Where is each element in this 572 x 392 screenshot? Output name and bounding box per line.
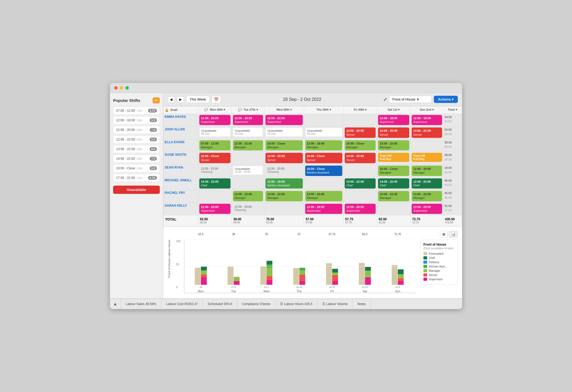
- legend-item[interactable]: Manager: [423, 269, 455, 272]
- shift-cell-sun[interactable]: 12:00 - 20:00Manager: [410, 165, 443, 177]
- shift-cell-sat[interactable]: Time OffFull Day: [377, 152, 411, 165]
- shift-block-kitchen[interactable]: 16:00 - CloseKitchen Assistant: [305, 166, 342, 176]
- shift-cell-mon[interactable]: 12:00 - 20:00Supervisor: [198, 114, 232, 126]
- shift-cell-wed[interactable]: 12:00 - 22:00Supervisor: [264, 114, 304, 126]
- shift-block-server[interactable]: 16:00 - CloseServer: [305, 153, 342, 163]
- shift-cell-tue[interactable]: Unavailable18:00 - 20:00: [232, 165, 264, 177]
- shift-cell-fri[interactable]: [343, 165, 377, 177]
- shift-cell-fri[interactable]: [343, 190, 377, 203]
- shift-cell-mon[interactable]: UnavailableAll Day: [198, 126, 232, 139]
- shift-cell-mon[interactable]: 16:00 - CloseServer: [198, 152, 232, 165]
- shift-item[interactable]: 17:00 - 22:00 | 15m4.75: [113, 174, 160, 182]
- shift-item[interactable]: 13:00 - 22:00 | 60m8.0: [113, 145, 160, 153]
- shift-cell-sun[interactable]: 12:00 - 18:00Supervisor: [410, 114, 443, 126]
- shift-block-supervisor[interactable]: 12:00 - 20:00Supervisor: [305, 204, 342, 214]
- shift-block-manager[interactable]: 13:00 - 22:00Manager: [378, 191, 409, 201]
- shift-cell-sat[interactable]: 13:00 - 22:00Manager: [377, 139, 411, 152]
- shift-cell-thu[interactable]: 16:00 - CloseKitchen Assistant: [304, 165, 343, 177]
- schedule-area[interactable]: 🔒 Draft 💬 Mon 26th ▾ 💬 Tue 27th ▾: [163, 106, 462, 227]
- employee-name[interactable]: SARAH KELLY: [164, 202, 198, 215]
- shift-block-manager[interactable]: 13:00 - 22:00Manager: [412, 191, 442, 201]
- shift-item[interactable]: 16:00 - Close | 30m5.5: [113, 164, 160, 172]
- shift-cell-thu[interactable]: 12:00 - 18:00Manager: [304, 139, 343, 152]
- shift-cell-wed[interactable]: 16:00 - CloseManager: [264, 139, 304, 152]
- bar-group-tue[interactable]: 3837.8Tue: [219, 233, 248, 293]
- shift-cell-sun[interactable]: 12:00 - 22:00Chef: [410, 177, 443, 190]
- shift-item[interactable]: 07:00 - 12:00 | 15m4.75: [113, 107, 160, 115]
- shift-cell-mon[interactable]: 07:00 - 12:00Manager: [198, 139, 232, 152]
- bar-group-mon[interactable]: 52.536Mon: [186, 233, 215, 293]
- shift-block-manager[interactable]: 16:00 - CloseManager: [265, 140, 303, 151]
- employee-name[interactable]: EMMA HAYES: [164, 114, 198, 126]
- shift-cell-tue[interactable]: 12:00 - 18:00Cleaning: [232, 202, 264, 215]
- shift-block-kitchen[interactable]: 12:00 - 19:00Kitchen Assistant: [265, 178, 303, 189]
- shift-cell-mon[interactable]: [198, 190, 232, 203]
- shift-cell-wed[interactable]: UnavailableAll Day: [264, 126, 304, 139]
- legend-item[interactable]: Kitchen Assi...: [423, 265, 455, 268]
- actions-button[interactable]: Actions ▾: [434, 96, 458, 103]
- shift-block-server[interactable]: 16:00 - CloseServer: [199, 153, 231, 163]
- th-wed[interactable]: Wed 28th ▾: [264, 106, 304, 114]
- shift-block-manager[interactable]: 13:00 - 22:00Manager: [378, 140, 409, 151]
- expand-button[interactable]: ⤢: [383, 97, 387, 102]
- maximize-button[interactable]: [125, 86, 129, 90]
- shift-block-chef[interactable]: 14:00 - 22:00Chef: [378, 178, 409, 189]
- bottom-bar-item[interactable]: Compliance Checks: [237, 299, 276, 309]
- shift-cell-thu[interactable]: UnavailableAll Day: [304, 126, 343, 139]
- bottom-bar-item[interactable]: Notes: [353, 299, 371, 309]
- th-sun[interactable]: Sun 2nd ▾: [410, 106, 443, 114]
- shift-block-manager[interactable]: 12:00 - 20:00Manager: [412, 166, 442, 176]
- th-mon[interactable]: 💬 Mon 26th ▾: [198, 106, 232, 114]
- bar-group-sun[interactable]: 72.7541.4Sun: [383, 233, 412, 293]
- venue-select[interactable]: Front of House ▾: [389, 96, 432, 103]
- shift-block-timeoff[interactable]: Time OffFull Day: [378, 153, 409, 162]
- shift-cell-thu[interactable]: 13:00 - 22:00Manager: [304, 190, 343, 203]
- shift-cell-sun[interactable]: 14:00 - 22:00Server: [410, 126, 443, 139]
- shift-cell-wed[interactable]: 12:00 - 20:00Server: [264, 152, 304, 165]
- shift-cell-tue[interactable]: 12:00 - 22:00Manager: [232, 139, 264, 152]
- shift-item[interactable]: 14:00 - 22:00 | 30m7.5: [113, 155, 160, 163]
- bottom-bar-item[interactable]: Labour Sales 38.58%: [121, 299, 161, 309]
- th-fri[interactable]: Fri 30th ▾: [343, 106, 377, 114]
- shift-block-manager[interactable]: 13:00 - 22:00Manager: [233, 191, 263, 201]
- shift-block-manager[interactable]: 16:00 - CloseManager: [378, 166, 409, 176]
- shift-cell-thu[interactable]: [304, 177, 343, 190]
- shift-cell-fri[interactable]: 13:00 - 22:00Server: [343, 152, 377, 165]
- bar-group-thu[interactable]: 5735.46Thu: [285, 233, 313, 293]
- edit-shifts-button[interactable]: ✏: [153, 97, 160, 103]
- shift-cell-fri[interactable]: [343, 114, 377, 126]
- table-view-button[interactable]: ⊞: [440, 231, 448, 238]
- shift-block-supervisor[interactable]: 12:00 - 18:00Supervisor: [233, 115, 263, 125]
- shift-block-cleaning[interactable]: 13:00 - 22:00Cleaning: [199, 166, 231, 175]
- th-tue[interactable]: 💬 Tue 27th ▾: [232, 106, 264, 114]
- shift-cell-wed[interactable]: [264, 202, 304, 215]
- bar-group-wed[interactable]: 7539.2Wed: [252, 233, 281, 293]
- shift-cell-wed[interactable]: 12:00 - 19:00Kitchen Assistant: [264, 177, 304, 190]
- employee-name[interactable]: JOSH ALLEN: [164, 126, 198, 139]
- bottom-bar-item[interactable]: Labour Cost €5052.47: [161, 299, 203, 309]
- bar-group-fri[interactable]: 57.7545.36Fri: [318, 233, 346, 293]
- employee-name[interactable]: SEAN RYAN: [164, 165, 198, 177]
- shift-block-supervisor[interactable]: 12:00 - 20:00Supervisor: [345, 204, 376, 214]
- legend-item[interactable]: Server: [423, 273, 455, 277]
- shift-cell-sat[interactable]: 13:00 - 22:00Manager: [377, 190, 411, 203]
- shift-block-chef[interactable]: 14:00 - 22:00Chef: [199, 178, 231, 189]
- bottom-bar-item[interactable]: Scheduled SPLH: [203, 299, 237, 309]
- shift-cell-wed[interactable]: 13:00 - 22:00Manager: [264, 190, 304, 203]
- shift-cell-fri[interactable]: 12:00 - 20:00Server: [343, 126, 377, 139]
- bottom-bar-item[interactable]: ☰ Labour Volume: [317, 299, 353, 309]
- th-thu[interactable]: Thu 29th ▾: [304, 106, 343, 114]
- shift-cell-sun[interactable]: Time OffFull Day: [410, 152, 443, 165]
- shift-cell-mon[interactable]: 13:00 - 22:00Cleaning: [198, 165, 232, 177]
- legend-item[interactable]: Supervisor: [423, 278, 455, 281]
- shift-block-chef[interactable]: 12:00 - 22:00Chef: [412, 178, 442, 189]
- employee-name[interactable]: ELLA EVANS: [164, 139, 198, 152]
- shift-cell-sun[interactable]: 12:00 - 20:00Supervisor: [410, 202, 443, 215]
- next-week-button[interactable]: ▶: [177, 96, 184, 103]
- shift-block-timeoff[interactable]: Time OffFull Day: [412, 153, 442, 162]
- shift-block-manager[interactable]: 16:00 - CloseManager: [345, 140, 376, 151]
- shift-block-manager[interactable]: 07:00 - 12:00Manager: [199, 140, 231, 151]
- employee-name[interactable]: RACHEL FRY: [164, 190, 198, 203]
- shift-cell-sat[interactable]: 14:00 - 22:00Chef: [377, 177, 411, 190]
- shift-block-supervisor[interactable]: 12:00 - 22:00Supervisor: [265, 115, 303, 125]
